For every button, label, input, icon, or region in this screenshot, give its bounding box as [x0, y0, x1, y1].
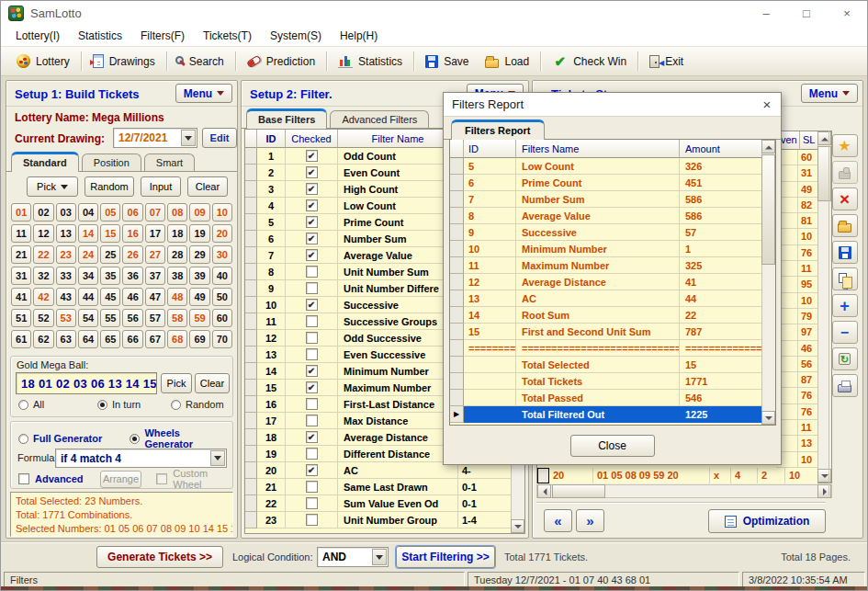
number-cell-57[interactable]: 57 [145, 309, 165, 327]
current-drawing-dropdown-icon[interactable] [181, 130, 196, 146]
filter-checkbox-1[interactable]: ✔ [306, 150, 318, 162]
number-cell-44[interactable]: 44 [78, 288, 98, 306]
side-button-save-small[interactable] [832, 241, 858, 264]
filter-checkbox-21[interactable] [306, 481, 318, 493]
random-button[interactable]: Random [85, 176, 134, 197]
tickets-store-menu-button[interactable]: Menu [801, 84, 858, 103]
scroll-up-icon[interactable] [761, 140, 775, 153]
radio-wheels-generator[interactable]: Wheels Generator [130, 427, 231, 449]
side-button-delete[interactable]: × [832, 188, 858, 210]
side-button-minus[interactable]: − [832, 321, 858, 344]
number-cell-62[interactable]: 62 [33, 330, 53, 348]
number-cell-35[interactable]: 35 [100, 267, 120, 285]
number-cell-59[interactable]: 59 [189, 309, 209, 327]
side-button-print[interactable] [832, 374, 858, 397]
report-separator-row[interactable]: ========================================… [450, 340, 775, 357]
filter-checkbox-16[interactable] [306, 398, 318, 410]
menu-item-lottery-i[interactable]: Lottery(I) [6, 27, 69, 45]
page-next-button[interactable]: » [576, 509, 604, 532]
filter-checkbox-22[interactable] [306, 497, 318, 509]
menu-item-system-s[interactable]: System(S) [261, 27, 331, 45]
number-cell-41[interactable]: 41 [11, 288, 31, 306]
close-button[interactable]: × [827, 1, 867, 25]
formula-dropdown-icon[interactable] [210, 450, 225, 466]
number-cell-10[interactable]: 10 [212, 203, 232, 222]
tab-position[interactable]: Position [82, 153, 141, 171]
menu-item-filters-f[interactable]: Filters(F) [131, 27, 194, 45]
scroll-left-icon[interactable] [537, 484, 551, 498]
mega-clear-button[interactable]: Clear [195, 373, 230, 393]
filter-checkbox-17[interactable] [306, 415, 318, 426]
number-cell-60[interactable]: 60 [212, 309, 232, 327]
custom-wheel-checkbox[interactable] [156, 473, 167, 484]
optimization-button[interactable]: Optimization [708, 509, 826, 533]
number-cell-43[interactable]: 43 [56, 288, 76, 306]
edit-button[interactable]: Edit [202, 128, 237, 148]
side-button-recycle[interactable] [832, 347, 858, 370]
filter-checkbox-3[interactable]: ✔ [306, 183, 318, 195]
scroll-down-icon[interactable] [761, 411, 775, 425]
minimize-button[interactable]: – [746, 1, 786, 25]
mega-ball-input[interactable]: 18 01 02 03 06 13 14 15 [16, 372, 157, 394]
number-cell-67[interactable]: 67 [145, 330, 165, 348]
toolbar-button-drawings[interactable]: Drawings [85, 51, 163, 72]
tickets-hscrollbar[interactable] [536, 484, 832, 498]
number-cell-22[interactable]: 22 [33, 245, 53, 264]
filter-checkbox-10[interactable]: ✔ [306, 299, 318, 311]
report-row-total-tickets[interactable]: Total Tickets1771 [450, 373, 775, 390]
scroll-down-icon[interactable] [511, 519, 524, 533]
toolbar-button-prediction[interactable]: Prediction [239, 51, 323, 72]
menu-item-tickets-t[interactable]: Tickets(T) [194, 27, 261, 45]
toolbar-button-save[interactable]: Save [417, 51, 477, 72]
report-row-total-passed[interactable]: Total Passed546 [450, 390, 775, 406]
number-cell-25[interactable]: 25 [100, 245, 120, 264]
number-cell-34[interactable]: 34 [78, 267, 98, 285]
filter-checkbox-11[interactable] [306, 315, 318, 327]
filter-checkbox-6[interactable]: ✔ [306, 233, 318, 244]
number-cell-65[interactable]: 65 [100, 330, 120, 348]
report-row-number-sum[interactable]: 7Number Sum586 [450, 191, 775, 208]
filter-checkbox-18[interactable]: ✔ [306, 431, 318, 443]
number-cell-13[interactable]: 13 [56, 224, 76, 243]
filter-checkbox-9[interactable] [306, 282, 318, 294]
number-cell-38[interactable]: 38 [167, 267, 187, 285]
start-filtering-button[interactable]: Start Filtering >> [396, 546, 495, 568]
pick-button[interactable]: Pick [27, 176, 78, 197]
advanced-checkbox[interactable] [18, 473, 29, 484]
number-cell-03[interactable]: 03 [56, 203, 76, 222]
logical-condition-combo[interactable]: AND [317, 547, 389, 567]
clear-button[interactable]: Clear [187, 176, 228, 197]
number-cell-39[interactable]: 39 [189, 267, 209, 285]
number-cell-07[interactable]: 07 [145, 203, 165, 222]
number-cell-58[interactable]: 58 [167, 309, 187, 327]
number-cell-01[interactable]: 01 [11, 203, 31, 222]
filter-checkbox-4[interactable]: ✔ [306, 199, 318, 211]
number-cell-47[interactable]: 47 [145, 288, 165, 306]
number-cell-69[interactable]: 69 [189, 330, 209, 348]
number-cell-23[interactable]: 23 [56, 245, 76, 264]
number-cell-09[interactable]: 09 [189, 203, 209, 222]
input-button[interactable]: Input [141, 176, 181, 197]
toolbar-button-exit[interactable]: Exit [641, 51, 692, 72]
number-cell-70[interactable]: 70 [212, 330, 232, 348]
number-cell-18[interactable]: 18 [167, 224, 187, 243]
current-drawing-combo[interactable]: 12/7/2021 [113, 128, 197, 148]
number-cell-51[interactable]: 51 [11, 309, 31, 327]
filter-checkbox-8[interactable] [306, 266, 318, 278]
number-cell-50[interactable]: 50 [212, 288, 232, 306]
tab-base-filters[interactable]: Base Filters [246, 108, 327, 129]
number-cell-64[interactable]: 64 [78, 330, 98, 348]
side-button-plus[interactable]: + [832, 294, 858, 317]
number-cell-29[interactable]: 29 [189, 245, 209, 264]
number-cell-48[interactable]: 48 [167, 288, 187, 306]
number-cell-04[interactable]: 04 [78, 203, 98, 222]
number-cell-53[interactable]: 53 [56, 309, 76, 327]
number-cell-32[interactable]: 32 [33, 267, 53, 285]
menu-item-help-h[interactable]: Help(H) [331, 27, 387, 45]
number-cell-11[interactable]: 11 [11, 224, 31, 243]
toolbar-button-check-win[interactable]: ✔Check Win [544, 51, 635, 73]
report-row-average-distance[interactable]: 12Average Distance41 [450, 274, 775, 290]
toolbar-button-lottery[interactable]: Lottery [8, 51, 78, 72]
number-cell-45[interactable]: 45 [100, 288, 120, 306]
tab-smart[interactable]: Smart [144, 153, 195, 171]
